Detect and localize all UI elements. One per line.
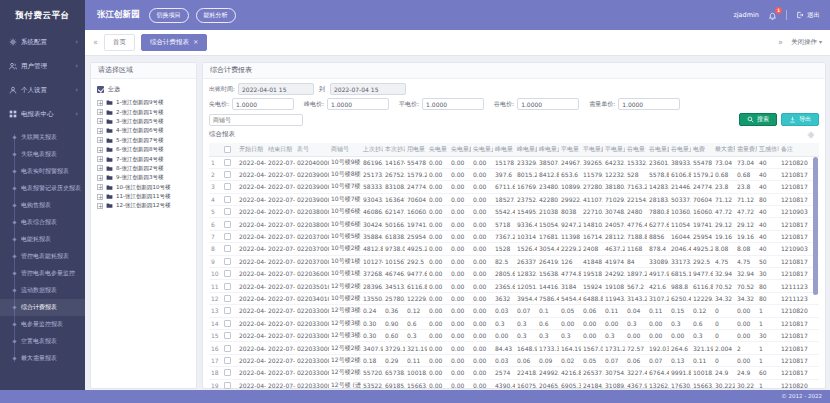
sidebar-item[interactable]: 管控电表电参量监控 (0, 265, 85, 282)
energy-analysis-button[interactable]: 能耗分析 (196, 8, 236, 23)
row-checkbox[interactable] (224, 283, 231, 290)
column-header[interactable]: 用电量 (405, 143, 427, 156)
select-all-checkbox[interactable] (97, 86, 104, 93)
expander-plus-icon[interactable]: + (97, 165, 103, 171)
price-input-2[interactable] (422, 98, 484, 110)
sidebar-item-user-management[interactable]: 用户管理 ‹ (0, 54, 85, 78)
column-header[interactable]: 本次抄表 (383, 143, 405, 156)
scrollbar-thumb[interactable] (813, 157, 818, 295)
export-button[interactable]: 导出 (781, 113, 819, 126)
time-from-input[interactable] (238, 83, 314, 95)
collapse-tabs-icon[interactable]: « (93, 39, 98, 47)
column-header[interactable]: 开始日期 (237, 143, 266, 156)
column-settings-gear-icon[interactable] (807, 131, 815, 139)
expander-plus-icon[interactable]: + (97, 128, 103, 134)
column-header[interactable]: 峰电量 (493, 143, 515, 156)
sidebar-item[interactable]: 电表实时报警报表 (0, 163, 85, 180)
column-header[interactable]: 表号 (295, 143, 329, 156)
row-checkbox[interactable] (224, 369, 231, 376)
sidebar-item[interactable]: 空置电表报表 (0, 333, 85, 350)
column-header[interactable]: 最大需量 (713, 143, 735, 156)
time-to-input[interactable] (330, 83, 406, 95)
row-checkbox[interactable] (224, 258, 231, 265)
sidebar-item[interactable]: 电表综合报表 (0, 214, 85, 231)
tree-node[interactable]: +1-张江创新园9号楼 (97, 98, 192, 107)
sidebar-item[interactable]: 流动数据报表 (0, 282, 85, 299)
expander-plus-icon[interactable]: + (97, 137, 103, 143)
switch-project-button[interactable]: 切换项目 (149, 8, 189, 23)
tree-node[interactable]: +9-张江创新园3号楼 (97, 173, 192, 182)
notification-bell[interactable]: 1 (768, 11, 777, 20)
column-header[interactable]: 平电量起 (581, 143, 603, 156)
expand-tabs-icon[interactable]: » (778, 39, 783, 47)
price-input-1[interactable] (327, 98, 389, 110)
expander-plus-icon[interactable]: + (97, 109, 103, 115)
close-operations-dropdown[interactable]: 关闭操作 ▾ (791, 38, 822, 47)
expander-plus-icon[interactable]: + (97, 100, 103, 106)
expander-plus-icon[interactable]: + (97, 147, 103, 153)
row-checkbox[interactable] (224, 159, 231, 166)
row-checkbox[interactable] (224, 295, 231, 302)
expander-plus-icon[interactable]: + (97, 194, 103, 200)
column-header[interactable]: 尖电量 (427, 143, 449, 156)
expander-plus-icon[interactable]: + (97, 184, 103, 190)
expander-plus-icon[interactable]: + (97, 203, 103, 209)
sidebar-item-system-config[interactable]: 系统配置 ‹ (0, 30, 85, 54)
tree-node[interactable]: +4-张江创新园6号楼 (97, 126, 192, 135)
sidebar-item-personal-settings[interactable]: 个人设置 ‹ (0, 78, 85, 102)
logout-button[interactable]: 退出 (796, 11, 820, 20)
tab-home[interactable]: 首页 (104, 34, 135, 51)
tree-node[interactable]: +7-张江创新园4号楼 (97, 154, 192, 163)
column-header[interactable]: 谷电量 (625, 143, 647, 156)
expander-plus-icon[interactable]: + (97, 156, 103, 162)
row-checkbox[interactable] (224, 332, 231, 339)
price-input-3[interactable] (517, 98, 579, 110)
row-checkbox[interactable] (224, 270, 231, 277)
tree-node[interactable]: +2-张江创新园1号楼 (97, 107, 192, 116)
column-header[interactable]: 互感倍率 (757, 143, 779, 156)
row-checkbox[interactable] (224, 233, 231, 240)
row-checkbox[interactable] (224, 320, 231, 327)
sidebar-item[interactable]: 电表报警记录历史报表 (0, 180, 85, 197)
row-checkbox[interactable] (224, 208, 231, 215)
sidebar-item[interactable]: 管控电表能耗报表 (0, 248, 85, 265)
column-header[interactable]: 峰电量起 (515, 143, 537, 156)
price-input-4[interactable] (618, 98, 680, 110)
row-checkbox[interactable] (224, 382, 231, 389)
tree-node[interactable]: +12-张江创新园12号楼 (97, 201, 192, 210)
column-header[interactable]: 需量费用 (735, 143, 757, 156)
close-icon[interactable]: × (193, 39, 198, 46)
column-header[interactable]: 备注 (779, 143, 819, 156)
column-header[interactable]: 平电量 (559, 143, 581, 156)
expander-plus-icon[interactable]: + (97, 175, 103, 181)
expander-plus-icon[interactable]: + (97, 118, 103, 124)
sidebar-item-meter-report-center[interactable]: 电报表中心 ‹ (0, 102, 85, 126)
column-header[interactable]: 谷电量止 (669, 143, 691, 156)
row-checkbox[interactable] (224, 183, 231, 190)
tree-node[interactable]: +3-张江创新园5号楼 (97, 117, 192, 126)
tree-node[interactable]: +5-张江创新园7号楼 (97, 136, 192, 145)
tree-node[interactable]: +6-张江创新园8号楼 (97, 145, 192, 154)
sidebar-item[interactable]: 电参量监控报表 (0, 316, 85, 333)
sidebar-item[interactable]: 电购售报表 (0, 197, 85, 214)
sidebar-item[interactable]: 电能耗报表 (0, 231, 85, 248)
sidebar-item[interactable]: 最大需量报表 (0, 350, 85, 367)
tree-node[interactable]: +11-张江创新园11号楼 (97, 192, 192, 201)
select-all-rows-checkbox[interactable] (224, 146, 231, 153)
price-input-0[interactable] (232, 98, 294, 110)
shop-number-input[interactable] (209, 114, 303, 126)
column-header[interactable]: 尖电量起 (449, 143, 471, 156)
tab-billing-report[interactable]: 综合计费报表 × (141, 34, 207, 51)
tree-node[interactable]: +10-张江创新园10号楼 (97, 183, 192, 192)
tree-node[interactable]: +8-张江创新园2号楼 (97, 164, 192, 173)
row-checkbox[interactable] (224, 221, 231, 228)
sidebar-item[interactable]: 综合计费报表 (0, 299, 85, 316)
row-checkbox[interactable] (224, 307, 231, 314)
column-header[interactable]: 电费 (691, 143, 713, 156)
row-checkbox[interactable] (224, 196, 231, 203)
sidebar-item[interactable]: 失联电表报表 (0, 146, 85, 163)
column-header[interactable]: 商铺号 (329, 143, 361, 156)
row-checkbox[interactable] (224, 345, 231, 352)
column-header[interactable]: 谷电量起 (647, 143, 669, 156)
column-header[interactable]: 结束日期 (266, 143, 295, 156)
